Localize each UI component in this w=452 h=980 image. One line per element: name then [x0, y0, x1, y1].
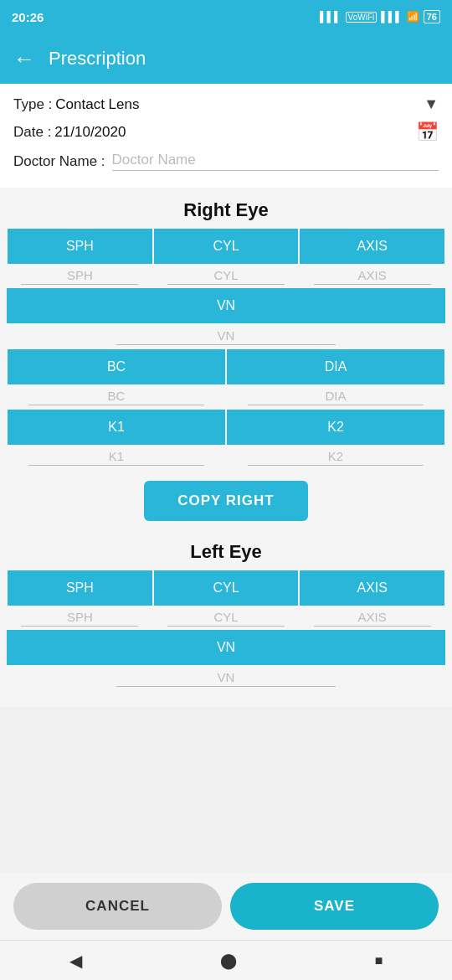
right-axis-input-cell [299, 268, 445, 285]
nav-home-icon[interactable]: ⬤ [220, 952, 237, 970]
dropdown-arrow-icon[interactable]: ▼ [424, 95, 439, 113]
copy-btn-wrapper: COPY RIGHT [7, 469, 445, 529]
left-eye-section: Left Eye SPH CYL AXIS [0, 529, 452, 707]
right-bc-dia-header: BC DIA [7, 348, 445, 385]
left-vn-input-row [7, 667, 445, 689]
status-icons: ▌▌▌ VoWiFi ▌▌▌ 📶 76 [320, 10, 440, 23]
left-axis-input-cell [299, 610, 445, 627]
right-vn-input-row [7, 325, 445, 347]
signal-icon: ▌▌▌ [320, 11, 342, 23]
left-sph-cyl-axis-inputs [7, 606, 445, 628]
wifi-label: VoWiFi [346, 12, 378, 23]
left-header-row-1: SPH CYL AXIS [7, 570, 445, 606]
form-area: Type : Contact Lens ▼ Date : 21/10/2020 … [0, 84, 452, 188]
status-bar: 20:26 ▌▌▌ VoWiFi ▌▌▌ 📶 76 [0, 0, 452, 34]
right-k2-input[interactable] [248, 449, 424, 466]
right-sph-cyl-axis-group: SPH CYL AXIS [7, 228, 445, 286]
calendar-icon[interactable]: 📅 [416, 121, 439, 143]
cancel-button[interactable]: CANCEL [13, 883, 222, 930]
left-sph-cyl-axis-group: SPH CYL AXIS [7, 570, 445, 628]
left-sph-input[interactable] [21, 610, 138, 627]
left-vn-input[interactable] [116, 670, 336, 687]
left-eye-title: Left Eye [7, 529, 445, 570]
right-k1-k2-group: K1 K2 [7, 409, 445, 467]
nav-recents-icon[interactable]: ■ [375, 953, 383, 968]
nav-bar: ◀ ⬤ ■ [0, 940, 452, 980]
right-vn-group: VN [7, 288, 445, 347]
right-eye-section: Right Eye SPH CYL AXIS [0, 188, 452, 529]
scroll-area: Type : Contact Lens ▼ Date : 21/10/2020 … [0, 84, 452, 816]
right-axis-input[interactable] [314, 268, 431, 285]
left-cyl-input[interactable] [167, 610, 285, 627]
left-cyl-input-cell [153, 610, 300, 627]
left-axis-input[interactable] [314, 610, 431, 627]
left-sph-header: SPH [7, 570, 153, 606]
right-bc-dia-inputs [7, 385, 445, 407]
right-dia-header: DIA [226, 348, 445, 385]
date-row: Date : 21/10/2020 📅 [13, 121, 439, 143]
right-k1-k2-inputs [7, 446, 445, 467]
right-vn-input[interactable] [116, 328, 336, 345]
right-dia-input[interactable] [248, 389, 424, 405]
type-value: Contact Lens [55, 96, 139, 113]
right-k1-k2-header: K1 K2 [7, 409, 445, 446]
wifi-icon: 📶 [407, 11, 419, 23]
battery-indicator: 76 [424, 10, 440, 23]
date-label: Date : [13, 124, 51, 141]
left-vn-input-cell [7, 670, 445, 687]
save-button[interactable]: SAVE [230, 883, 439, 930]
right-k1-header: K1 [7, 409, 226, 446]
right-cyl-header: CYL [153, 228, 300, 265]
right-header-row-1: SPH CYL AXIS [7, 228, 445, 265]
right-bc-input[interactable] [28, 389, 204, 405]
doctor-name-input[interactable] [112, 152, 439, 171]
right-sph-input[interactable] [21, 268, 138, 285]
nav-back-icon[interactable]: ◀ [69, 951, 82, 971]
right-vn-input-cell [7, 328, 445, 345]
left-sph-input-cell [7, 610, 153, 627]
doctor-label: Doctor Name : [13, 153, 105, 170]
doctor-row: Doctor Name : [13, 152, 439, 171]
right-bc-header: BC [7, 348, 226, 385]
status-time: 20:26 [12, 10, 44, 24]
right-k2-input-cell [226, 449, 445, 466]
right-dia-input-cell [226, 389, 445, 405]
back-button[interactable]: ← [13, 46, 35, 72]
date-value: 21/10/2020 [54, 124, 126, 141]
left-axis-header: AXIS [299, 570, 445, 606]
type-label: Type : [13, 96, 52, 113]
bottom-buttons: CANCEL SAVE [0, 873, 452, 940]
app-header: ← Prescription [0, 34, 452, 84]
right-axis-header: AXIS [299, 228, 445, 265]
copy-right-button[interactable]: COPY RIGHT [144, 481, 307, 521]
right-bc-input-cell [7, 389, 226, 405]
signal2-icon: ▌▌▌ [381, 11, 403, 23]
right-sph-cyl-axis-inputs [7, 265, 445, 286]
right-k2-header: K2 [226, 409, 445, 446]
right-cyl-input-cell [153, 268, 300, 285]
right-sph-header: SPH [7, 228, 153, 265]
right-sph-input-cell [7, 268, 153, 285]
right-vn-header: VN [7, 288, 445, 323]
right-k1-input[interactable] [28, 449, 204, 466]
right-eye-title: Right Eye [7, 188, 445, 228]
type-row: Type : Contact Lens ▼ [13, 95, 439, 113]
right-bc-dia-group: BC DIA [7, 348, 445, 407]
left-cyl-header: CYL [153, 570, 300, 606]
right-k1-input-cell [7, 449, 226, 466]
page-title: Prescription [49, 48, 146, 70]
left-vn-group: VN [7, 630, 445, 689]
left-vn-header: VN [7, 630, 445, 665]
right-cyl-input[interactable] [167, 268, 285, 285]
